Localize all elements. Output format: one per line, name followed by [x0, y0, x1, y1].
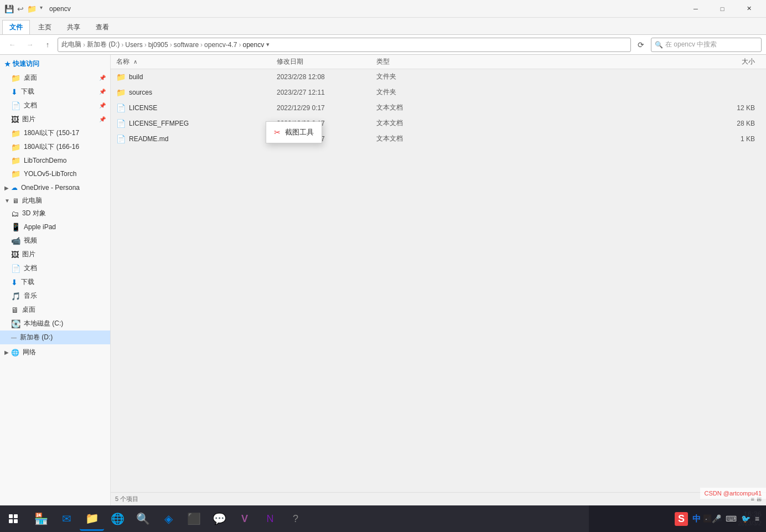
- sidebar-item-3d[interactable]: 🗂 3D 对象: [0, 206, 110, 220]
- taskbar-edge-app[interactable]: ◈: [156, 507, 180, 531]
- address-path-item: Users: [125, 41, 142, 49]
- sidebar-item-libtorchdemo[interactable]: 📁 LibTorchDemo: [0, 154, 110, 167]
- title-undo-icon[interactable]: ↩: [17, 4, 24, 13]
- close-button[interactable]: ✕: [736, 0, 762, 18]
- search-box[interactable]: 🔍 在 opencv 中搜索: [651, 38, 762, 52]
- sidebar-item-label: YOLOv5-LibTorch: [24, 170, 76, 178]
- sidebar-item-dl[interactable]: ⬇ 下载: [0, 275, 110, 289]
- ime-mic-icon[interactable]: 🎤: [712, 514, 721, 523]
- sidebar-onedrive-header[interactable]: ▶ ☁ OneDrive - Persona: [0, 180, 110, 193]
- table-row[interactable]: 📄 LICENSE_FFMPEG 2022/12/29 0:17 文本文档 28…: [111, 116, 766, 131]
- minimize-button[interactable]: ─: [683, 0, 708, 18]
- col-header-name[interactable]: 名称 ∧: [111, 57, 277, 66]
- sidebar-item-documents[interactable]: 📄 文档 📌: [0, 99, 110, 112]
- table-row[interactable]: 📁 build 2023/2/28 12:08 文件夹: [111, 69, 766, 85]
- taskbar-wechat-app[interactable]: 💬: [207, 507, 231, 531]
- sidebar-item-yolov5[interactable]: 📁 YOLOv5-LibTorch: [0, 167, 110, 180]
- sidebar-item-180ai-166[interactable]: 📁 180AI以下 (166-16: [0, 140, 110, 154]
- ime-s-icon: S: [675, 512, 688, 526]
- sidebar-thispc-header[interactable]: ▼ 🖥 此电脑: [0, 193, 110, 206]
- taskbar-chrome-app[interactable]: 🌐: [105, 507, 130, 531]
- file-size: 28 KB: [443, 120, 766, 127]
- drive-icon: 💽: [11, 319, 20, 328]
- maximize-button[interactable]: □: [710, 0, 735, 18]
- sidebar: ★ 快速访问 📁 桌面 📌 ⬇ 下载 📌 📄 文档 📌 🖼 图片 �: [0, 55, 111, 505]
- pin-icon: 📌: [99, 102, 106, 109]
- file-list: 📁 build 2023/2/28 12:08 文件夹 📁 sources 20…: [111, 69, 766, 492]
- sidebar-item-desktop[interactable]: 📁 桌面 📌: [0, 71, 110, 85]
- back-button[interactable]: ←: [4, 37, 20, 53]
- column-header-row: 名称 ∧ 修改日期 类型 大小: [111, 55, 766, 69]
- doc-icon: 📄: [11, 101, 20, 110]
- taskbar-onenote-app[interactable]: N: [258, 507, 282, 531]
- up-button[interactable]: ↑: [40, 37, 55, 53]
- taskbar-mail-app[interactable]: ✉: [54, 507, 79, 531]
- doc-icon: 📄: [116, 135, 126, 143]
- onedrive-label: OneDrive - Persona: [21, 184, 80, 192]
- tab-view[interactable]: 查看: [89, 20, 116, 34]
- sidebar-item-videos[interactable]: 📹 视频: [0, 234, 110, 247]
- screenshot-tool-item[interactable]: ✂ 截图工具: [266, 124, 322, 141]
- ime-dot-icon[interactable]: ·: [705, 514, 707, 523]
- sidebar-item-label: 桌面: [22, 305, 35, 314]
- sidebar-item-pics[interactable]: 🖼 图片: [0, 247, 110, 261]
- address-path-item: bj0905: [148, 41, 168, 49]
- table-row[interactable]: 📁 sources 2023/2/27 12:11 文件夹: [111, 85, 766, 100]
- pictures-icon: 🖼: [11, 250, 19, 259]
- sidebar-item-label: 文档: [24, 101, 37, 110]
- ime-menu-icon[interactable]: ≡: [755, 514, 759, 523]
- sidebar-item-label: 文档: [24, 264, 37, 273]
- ime-keyboard-icon[interactable]: ⌨: [726, 514, 737, 523]
- table-row[interactable]: 📄 README.md 2022/12/29 0:17 文本文档 1 KB: [111, 131, 766, 147]
- sidebar-item-ipad[interactable]: 📱 Apple iPad: [0, 220, 110, 234]
- title-save-icon[interactable]: 💾: [4, 4, 14, 13]
- taskbar-vs-app[interactable]: V: [232, 507, 257, 531]
- taskbar-unknown-app[interactable]: ?: [283, 507, 308, 531]
- col-header-type[interactable]: 类型: [376, 57, 443, 66]
- ime-toolbar: S 中 · 🎤 ⌨ 🐦 ≡: [589, 505, 766, 532]
- sidebar-item-music[interactable]: 🎵 音乐: [0, 289, 110, 303]
- refresh-button[interactable]: ⟳: [633, 37, 649, 53]
- taskbar-terminal-app[interactable]: ⬛: [182, 507, 206, 531]
- sidebar-item-label: 图片: [22, 250, 35, 259]
- pin-icon: 📌: [99, 89, 106, 95]
- forward-button[interactable]: →: [22, 37, 38, 53]
- ime-chinese-icon[interactable]: 中: [692, 514, 701, 524]
- ribbon-tabs: 文件 主页 共享 查看: [0, 18, 766, 34]
- thispc-label: 此电脑: [22, 196, 42, 205]
- file-type: 文本文档: [376, 103, 443, 112]
- sidebar-item-docs[interactable]: 📄 文档: [0, 261, 110, 275]
- col-type-label: 类型: [376, 58, 390, 65]
- search-app-icon: 🔍: [136, 512, 150, 525]
- tab-share[interactable]: 共享: [60, 20, 87, 34]
- address-box[interactable]: 此电脑 › 新加卷 (D:) › Users › bj0905 › softwa…: [58, 38, 631, 52]
- csdn-watermark: CSDN @artcompu41: [700, 488, 766, 499]
- sidebar-item-label: 本地磁盘 (C:): [24, 319, 63, 328]
- sidebar-item-180ai-150[interactable]: 📁 180AI以下 (150-17: [0, 126, 110, 140]
- start-button[interactable]: [0, 505, 27, 532]
- col-header-date[interactable]: 修改日期: [277, 57, 376, 66]
- sidebar-item-pictures[interactable]: 🖼 图片 📌: [0, 112, 110, 126]
- tab-file[interactable]: 文件: [2, 20, 30, 34]
- scissors-icon: ✂: [274, 128, 281, 137]
- tab-home[interactable]: 主页: [31, 20, 59, 34]
- sidebar-item-d-drive[interactable]: ─ 新加卷 (D:): [0, 330, 110, 344]
- ime-bird-icon[interactable]: 🐦: [741, 514, 751, 523]
- ipad-icon: 📱: [11, 223, 20, 231]
- sidebar-item-c-drive[interactable]: 💽 本地磁盘 (C:): [0, 317, 110, 330]
- screenshot-tool-label: 截图工具: [285, 127, 314, 137]
- taskbar-explorer-app[interactable]: 📁: [80, 507, 104, 531]
- file-name-label: LICENSE_FFMPEG: [129, 120, 189, 127]
- file-type: 文件夹: [376, 87, 443, 97]
- col-header-size[interactable]: 大小: [443, 57, 766, 66]
- taskbar-store-app[interactable]: 🏪: [29, 507, 53, 531]
- taskbar-search-app[interactable]: 🔍: [131, 507, 155, 531]
- sidebar-quick-access-header[interactable]: ★ 快速访问: [0, 57, 110, 71]
- title-dropdown-icon[interactable]: ▾: [40, 4, 43, 13]
- sidebar-network-header[interactable]: ▶ 🌐 网络: [0, 344, 110, 358]
- sidebar-item-label: 视频: [24, 236, 37, 245]
- folder-icon: 📁: [116, 73, 126, 81]
- sidebar-item-desk[interactable]: 🖥 桌面: [0, 303, 110, 317]
- table-row[interactable]: 📄 LICENSE 2022/12/29 0:17 文本文档 12 KB: [111, 100, 766, 116]
- sidebar-item-downloads[interactable]: ⬇ 下载 📌: [0, 85, 110, 99]
